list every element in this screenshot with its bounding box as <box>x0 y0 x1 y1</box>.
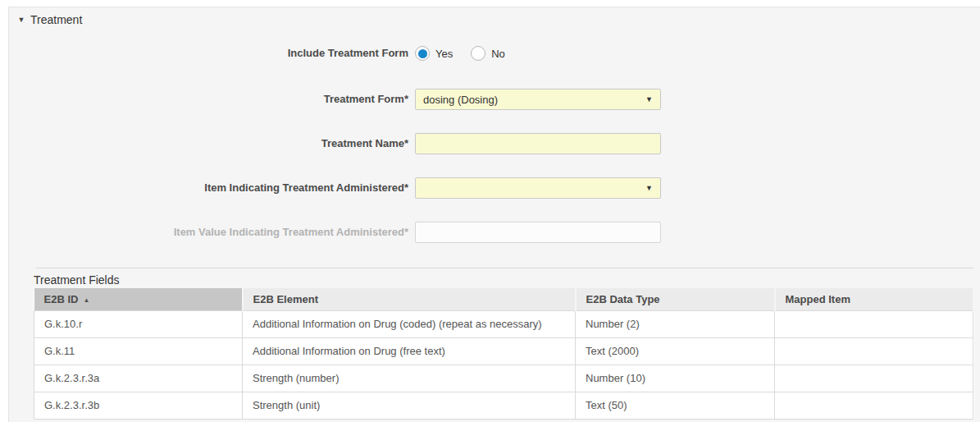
radio-yes-label: Yes <box>435 48 453 60</box>
treatment-name-label: Treatment Name* <box>9 133 408 154</box>
treatment-form-label: Treatment Form* <box>9 89 408 110</box>
table-header-row: E2B ID▲ E2B Element E2B Data Type Mapped… <box>34 288 973 310</box>
treatment-form-select-value: dosing (Dosing) <box>423 94 498 106</box>
table-row: G.k.2.3.r.3bStrength (unit)Text (50) <box>34 392 973 419</box>
radio-yes-icon[interactable] <box>415 46 430 61</box>
column-header-label: Mapped Item <box>786 293 850 305</box>
table-cell <box>775 310 973 337</box>
column-header-label: E2B Element <box>253 293 318 305</box>
chevron-down-icon: ▼ <box>645 184 653 192</box>
section-title: Treatment <box>30 13 82 26</box>
radio-no-label: No <box>491 48 505 60</box>
column-header-e2b-id[interactable]: E2B ID▲ <box>34 288 243 310</box>
column-header-mapped-item[interactable]: Mapped Item <box>775 288 973 310</box>
treatment-section-header[interactable]: ▼ Treatment <box>12 13 82 26</box>
table-cell: G.k.2.3.r.3a <box>34 365 243 392</box>
column-header-label: E2B ID <box>44 293 79 305</box>
item-value-indicating-input <box>415 222 661 243</box>
table-cell: Strength (number) <box>243 365 576 392</box>
section-divider <box>36 268 973 268</box>
item-value-indicating-label: Item Value Indicating Treatment Administ… <box>9 222 408 243</box>
sort-asc-icon: ▲ <box>83 296 89 304</box>
table-cell: Text (2000) <box>576 337 775 365</box>
chevron-down-icon: ▼ <box>645 95 653 103</box>
table-cell <box>775 365 973 392</box>
table-cell: G.k.2.3.r.3b <box>34 392 243 419</box>
column-header-e2b-element[interactable]: E2B Element <box>243 288 576 310</box>
treatment-form-select[interactable]: dosing (Dosing) ▼ <box>415 89 661 110</box>
radio-option-no[interactable]: No <box>471 46 505 61</box>
treatment-fields-table: E2B ID▲ E2B Element E2B Data Type Mapped… <box>34 288 974 420</box>
column-header-label: E2B Data Type <box>586 293 660 305</box>
collapse-caret-icon[interactable]: ▼ <box>12 16 30 24</box>
radio-option-yes[interactable]: Yes <box>415 46 453 61</box>
table-row: G.k.2.3.r.3aStrength (number)Number (10) <box>34 365 973 392</box>
table-row: G.k.10.rAdditional Information on Drug (… <box>34 310 973 337</box>
table-cell: Additional Information on Drug (free tex… <box>243 337 576 365</box>
include-treatment-form-radio-group: Yes No <box>415 43 661 64</box>
table-cell: G.k.11 <box>34 337 243 365</box>
table-cell <box>775 337 973 365</box>
treatment-name-input[interactable] <box>415 133 661 154</box>
table-cell: G.k.10.r <box>34 310 243 337</box>
table-cell: Strength (unit) <box>243 392 576 419</box>
treatment-fields-caption: Treatment Fields <box>34 273 120 287</box>
radio-no-icon[interactable] <box>471 46 485 61</box>
item-indicating-select[interactable]: ▼ <box>415 177 661 199</box>
item-indicating-label: Item Indicating Treatment Administered* <box>9 177 408 199</box>
table-cell <box>775 392 973 419</box>
table-cell: Number (2) <box>576 310 775 337</box>
table-row: G.k.11Additional Information on Drug (fr… <box>34 337 973 365</box>
include-treatment-form-label: Include Treatment Form <box>9 43 408 64</box>
table-cell: Number (10) <box>576 365 775 392</box>
table-cell: Additional Information on Drug (coded) (… <box>243 310 576 337</box>
treatment-fields-tbody: G.k.10.rAdditional Information on Drug (… <box>34 310 973 419</box>
table-cell: Text (50) <box>576 392 775 419</box>
treatment-panel: ▼ Treatment Include Treatment Form Yes N… <box>8 7 980 422</box>
column-header-e2b-data-type[interactable]: E2B Data Type <box>576 288 775 310</box>
